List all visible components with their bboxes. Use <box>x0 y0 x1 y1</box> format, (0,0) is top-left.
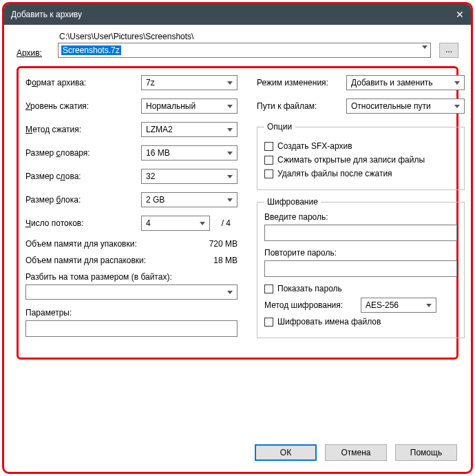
format-select[interactable]: 7z <box>141 75 237 90</box>
sfx-label: Создать SFX-архив <box>277 141 352 151</box>
pw2-input[interactable] <box>264 260 457 277</box>
threads-select[interactable]: 4 <box>141 216 210 231</box>
show-pw-label: Показать пароль <box>277 284 342 293</box>
cancel-button[interactable]: Отмена <box>325 444 387 461</box>
enc-method-label: Метод шифрования: <box>264 300 361 310</box>
mode-select[interactable]: Добавить и заменить <box>346 75 465 90</box>
help-button[interactable]: Помощь <box>395 444 457 461</box>
chevron-down-icon <box>227 152 233 155</box>
archive-filename-select[interactable]: Screenshots.7z <box>58 43 431 58</box>
level-select[interactable]: Нормальный <box>141 99 237 114</box>
encryption-fieldset: Шифрование Введите пароль: Повторите пар… <box>257 197 465 338</box>
footer: ОК Отмена Помощь <box>4 444 471 461</box>
split-select[interactable] <box>25 284 237 300</box>
method-select[interactable]: LZMA2 <box>141 122 237 137</box>
sfx-checkbox[interactable] <box>264 142 273 151</box>
mem-unpack-label: Объем памяти для распаковки: <box>25 256 146 265</box>
chevron-down-icon <box>200 222 205 225</box>
mem-unpack-value: 18 MB <box>213 256 237 265</box>
chevron-down-icon <box>227 175 233 178</box>
params-input[interactable] <box>25 320 237 337</box>
delete-checkbox[interactable] <box>264 169 273 178</box>
block-select[interactable]: 2 GB <box>141 192 237 207</box>
open-checkbox[interactable] <box>264 156 273 165</box>
split-label: Разбить на тома размером (в байтах): <box>25 272 237 282</box>
paths-select[interactable]: Относительные пути <box>346 99 465 114</box>
level-label: Уровень сжатия: <box>25 101 141 111</box>
pw2-label: Повторите пароль: <box>264 248 457 258</box>
titlebar: Добавить к архиву ✕ <box>4 4 471 25</box>
chevron-down-icon <box>227 105 233 108</box>
mode-label: Режим изменения: <box>257 78 346 87</box>
window-title: Добавить к архиву <box>11 10 82 19</box>
options-panel: Формат архива: 7z Уровень сжатия: Нормал… <box>17 66 458 360</box>
chevron-down-icon <box>227 81 233 85</box>
chevron-down-icon <box>426 304 432 307</box>
open-label: Сжимать открытые для записи файлы <box>277 155 425 165</box>
close-icon[interactable]: ✕ <box>456 9 464 20</box>
threads-max: / 4 <box>214 218 231 228</box>
chevron-down-icon <box>454 105 460 108</box>
enc-names-label: Шифровать имена файлов <box>277 317 381 327</box>
format-label: Формат архива: <box>25 78 141 87</box>
archive-label: Архив: <box>17 48 58 58</box>
pw1-input[interactable] <box>264 225 457 241</box>
word-select[interactable]: 32 <box>141 169 237 184</box>
chevron-down-icon <box>227 291 233 294</box>
params-label: Параметры: <box>25 308 237 318</box>
chevron-down-icon <box>227 198 233 202</box>
options-fieldset: Опции Создать SFX-архив Сжимать открытые… <box>257 122 465 190</box>
enc-names-checkbox[interactable] <box>264 318 273 327</box>
encryption-legend: Шифрование <box>264 197 321 207</box>
mem-pack-value: 720 MB <box>209 239 237 249</box>
dict-label: Размер словаря: <box>25 148 141 158</box>
chevron-down-icon <box>454 81 460 85</box>
ok-button[interactable]: ОК <box>255 444 317 461</box>
enc-method-select[interactable]: AES-256 <box>361 298 436 313</box>
pw1-label: Введите пароль: <box>264 212 457 222</box>
mem-pack-label: Объем памяти для упаковки: <box>25 239 137 249</box>
archive-path: C:\Users\User\Pictures\Screenshots\ <box>58 32 431 41</box>
show-pw-checkbox[interactable] <box>264 284 273 293</box>
threads-label: Число потоков: <box>25 218 141 228</box>
chevron-down-icon <box>422 45 427 49</box>
method-label: Метод сжатия: <box>25 125 141 134</box>
browse-button[interactable]: ... <box>439 43 458 58</box>
block-label: Размер блока: <box>25 195 141 205</box>
dict-select[interactable]: 16 MB <box>141 145 237 161</box>
paths-label: Пути к файлам: <box>257 101 346 111</box>
options-legend: Опции <box>264 122 295 132</box>
delete-label: Удалять файлы после сжатия <box>277 169 392 178</box>
word-label: Размер слова: <box>25 172 141 181</box>
chevron-down-icon <box>227 128 233 132</box>
